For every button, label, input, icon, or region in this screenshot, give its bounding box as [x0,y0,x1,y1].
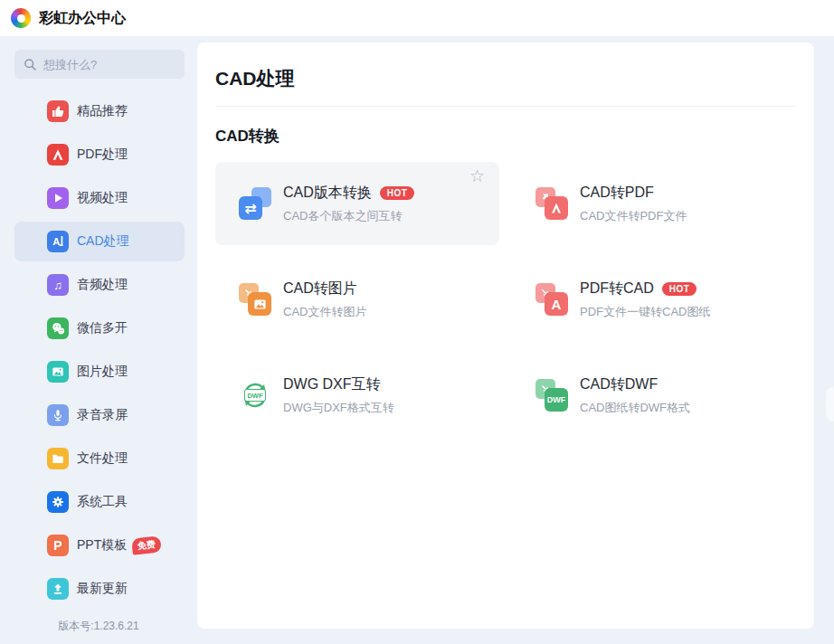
card-title: CAD转图片 [283,279,357,298]
cad-to-dwf-icon: DWF [535,379,568,412]
cad-to-pdf-icon [535,187,568,220]
search-box[interactable] [14,50,185,79]
version-label: 版本号:1.23.6.21 [0,619,197,634]
play-icon [47,187,69,209]
hot-badge: HOT [662,282,697,296]
music-note-icon: ♫ [47,274,69,296]
card-subtitle: CAD各个版本之间互转 [283,208,414,224]
gear-icon [47,491,69,513]
upload-icon [47,578,69,600]
sidebar-item-label: PPT模板 [77,537,127,554]
pdf-to-cad-icon: A [535,283,568,316]
free-badge: 免费 [131,535,162,554]
app-header: 彩虹办公中心 [0,0,834,36]
sidebar-item-label: CAD处理 [77,233,129,250]
divider [215,106,796,107]
dwf-format-label: DWF [244,389,266,402]
drawer-handle[interactable] [826,387,834,421]
card-dwg-dxf-swap[interactable]: DWF DWG DXF互转 DWG与DXF格式互转 [215,354,499,437]
ppt-icon: P [47,535,69,556]
thumbs-up-icon [47,100,69,122]
main-panel: CAD处理 CAD转换 ☆ ⇄ CAD版本转换 HOT CAD各个版本之间互转 [197,43,814,629]
sidebar-item-video[interactable]: 视频处理 [14,178,185,218]
sidebar-item-label: 精品推荐 [77,103,128,119]
card-title: DWG DXF互转 [283,375,381,394]
card-subtitle: DWG与DXF格式互转 [283,400,394,416]
card-title: CAD转DWF [580,375,658,394]
cad-to-image-icon [239,283,271,316]
page-title: CAD处理 [215,66,796,91]
tool-card-grid: ☆ ⇄ CAD版本转换 HOT CAD各个版本之间互转 [215,162,796,437]
folder-icon [47,448,69,469]
card-cad-to-dwf[interactable]: DWF CAD转DWF CAD图纸转DWF格式 [512,354,796,437]
rainbow-logo-icon [11,8,31,28]
sidebar-item-label: 图片处理 [77,364,128,380]
sidebar-item-system[interactable]: 系统工具 [14,482,185,522]
card-subtitle: PDF文件一键转CAD图纸 [580,304,710,320]
card-cad-version-convert[interactable]: ☆ ⇄ CAD版本转换 HOT CAD各个版本之间互转 [215,162,499,245]
sidebar-item-label: 最新更新 [77,581,128,597]
card-cad-to-image[interactable]: CAD转图片 CAD文件转图片 [215,258,499,341]
app-title: 彩虹办公中心 [39,9,126,28]
sidebar-item-label: 录音录屏 [77,407,128,423]
dwg-dxf-swap-icon: DWF [239,379,271,412]
sidebar-item-pdf[interactable]: PDF处理 [14,135,185,175]
card-subtitle: CAD文件转图片 [283,304,366,320]
sidebar-item-label: 微信多开 [77,320,128,336]
sidebar-item-label: 视频处理 [77,190,128,206]
sidebar-item-cad[interactable]: A CAD处理 [14,222,185,261]
sidebar: 精品推荐 PDF处理 视频处理 A CAD处理 [0,36,197,644]
section-title: CAD转换 [215,126,796,147]
favorite-star-icon[interactable]: ☆ [466,164,488,188]
sidebar-item-updates[interactable]: 最新更新 [14,569,185,609]
card-title: CAD转PDF [580,184,654,203]
sidebar-item-label: PDF处理 [77,147,128,163]
cad-text-icon: A [47,231,69,252]
svg-text:A: A [52,236,60,247]
card-subtitle: CAD图纸转DWF格式 [580,400,690,416]
search-icon [24,58,37,71]
cad-version-convert-icon: ⇄ [239,187,271,220]
card-subtitle: CAD文件转PDF文件 [580,208,687,224]
wechat-icon [47,317,69,339]
search-input[interactable] [43,58,175,71]
card-title: PDF转CAD [580,279,654,298]
image-icon [47,361,69,383]
card-title: CAD版本转换 [283,184,372,203]
sidebar-item-image[interactable]: 图片处理 [14,352,185,392]
card-cad-to-pdf[interactable]: CAD转PDF CAD文件转PDF文件 [512,162,796,245]
sidebar-item-label: 文件处理 [77,450,128,467]
sidebar-item-file[interactable]: 文件处理 [14,439,185,478]
sidebar-item-label: 系统工具 [77,494,128,510]
sidebar-item-audio[interactable]: ♫ 音频处理 [14,265,185,305]
pdf-icon [47,144,69,166]
sidebar-item-wechat[interactable]: 微信多开 [14,308,185,348]
card-pdf-to-cad[interactable]: A PDF转CAD HOT PDF文件一键转CAD图纸 [512,258,796,341]
sidebar-item-ppt[interactable]: P PPT模板 免费 [14,526,185,565]
microphone-icon [47,404,69,426]
sidebar-item-label: 音频处理 [77,277,128,293]
sidebar-item-featured[interactable]: 精品推荐 [14,91,185,131]
hot-badge: HOT [380,186,415,200]
sidebar-nav: 精品推荐 PDF处理 视频处理 A CAD处理 [0,88,197,609]
sidebar-item-record[interactable]: 录音录屏 [14,395,185,435]
